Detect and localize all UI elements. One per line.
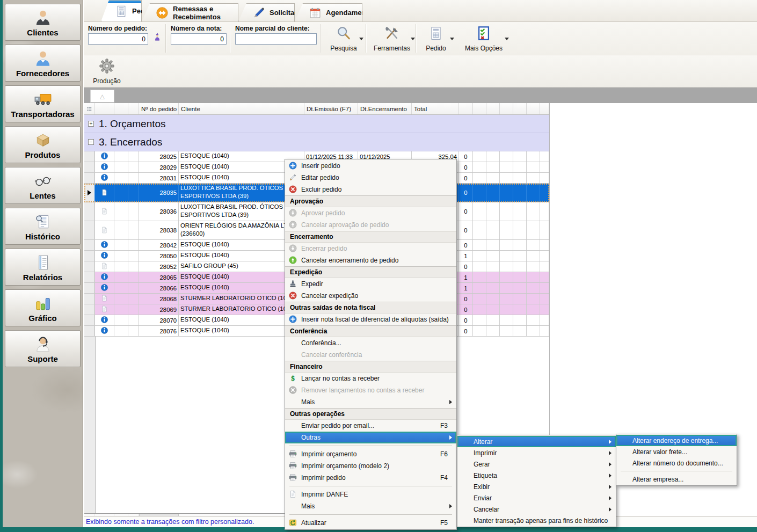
- row-type-icon-cell: [95, 251, 114, 261]
- menu-item-mais[interactable]: Mais: [285, 396, 456, 408]
- column-header-empty[interactable]: [500, 103, 513, 114]
- menu-item-manter-transacao-apenas-para-fins-de-historico[interactable]: Manter transação apenas para fins de his…: [457, 515, 616, 526]
- menu-item-alterar[interactable]: Alterar: [457, 436, 616, 447]
- more-options-button[interactable]: Mais Opções: [460, 24, 508, 53]
- menu-item-cancelar-aprovacao-de-pedido[interactable]: Cancelar aprovação de pedido: [285, 219, 456, 231]
- column-header-empty[interactable]: [95, 103, 114, 114]
- column-header-cliente[interactable]: Cliente: [179, 103, 304, 114]
- doc-page-icon: [100, 305, 108, 314]
- sidebar-item-lentes[interactable]: Lentes: [5, 167, 81, 204]
- column-header-empty[interactable]: [473, 103, 486, 114]
- row-indicator: [84, 184, 95, 202]
- menu-item-imprimir-orcamento[interactable]: Imprimir orçamentoF6: [285, 448, 456, 460]
- menu-item-outras[interactable]: Outras: [285, 432, 456, 443]
- menu-item-aprovar-pedido[interactable]: Aprovar pedido: [285, 207, 456, 219]
- more-options-dropdown-caret[interactable]: [505, 38, 509, 40]
- column-header-empty[interactable]: [513, 103, 527, 114]
- menu-item-conferencia[interactable]: Conferência...: [285, 337, 456, 349]
- order-dropdown-caret[interactable]: [450, 38, 454, 40]
- sidebar-item-fornecedores[interactable]: Fornecedores: [5, 45, 81, 82]
- sidebar-item-grafico[interactable]: Gráfico: [5, 289, 81, 326]
- collapse-icon[interactable]: −: [88, 139, 94, 145]
- empty-cell: [128, 184, 139, 202]
- tab-remessas-e-recebimentos[interactable]: Remessas e Recebimentos: [142, 3, 238, 21]
- menu-item-alterar-numero-do-documento[interactable]: Alterar número do documento...: [616, 457, 737, 469]
- search-dropdown-caret[interactable]: [359, 38, 363, 40]
- sidebar-item-label: Produtos: [25, 150, 61, 159]
- menu-item-alterar-valor-frete[interactable]: Alterar valor frete...: [616, 446, 737, 457]
- column-header-empty[interactable]: [527, 103, 540, 114]
- column-header-dt-encerramento[interactable]: Dt.Encerramento: [358, 103, 412, 114]
- column-header-n-do-pedido[interactable]: Nº do pedido: [139, 103, 179, 114]
- production-button[interactable]: Produção: [88, 56, 126, 86]
- column-header-total[interactable]: Total: [412, 103, 459, 114]
- column-header-empty[interactable]: [540, 103, 549, 114]
- tools-button[interactable]: Ferramentas: [369, 24, 415, 53]
- menu-item-exibir[interactable]: Exibir: [457, 481, 616, 492]
- report-icon: [34, 252, 52, 272]
- menu-item-label: Alterar valor frete...: [632, 448, 687, 456]
- menu-item-remover-lancamentos-no-contas-a-receber[interactable]: Remover lançamentos no contas a receber: [285, 384, 456, 396]
- empty-cell: [540, 221, 549, 239]
- row-indicator: [84, 162, 95, 172]
- menu-item-excluir-pedido[interactable]: Excluir pedido: [285, 184, 456, 195]
- wizard-icon[interactable]: [152, 32, 162, 44]
- menu-item-enviar[interactable]: Enviar: [457, 492, 616, 504]
- menu-item-lancar-no-contas-a-receber[interactable]: $Lançar no contas a receber: [285, 373, 456, 384]
- doc-page-icon: [100, 207, 108, 216]
- column-header-empty[interactable]: [128, 103, 139, 114]
- menu-item-alterar-endereco-de-entrega[interactable]: Alterar endereço de entrega...: [616, 435, 737, 446]
- sidebar-item-transportadoras[interactable]: Transportadoras: [5, 85, 81, 122]
- order-button[interactable]: Pedido: [419, 24, 453, 53]
- search-button[interactable]: Pesquisa: [324, 24, 363, 53]
- group-row-3-encerrados[interactable]: −3. Encerrados: [84, 133, 549, 151]
- person-blue-icon: [34, 48, 52, 68]
- sidebar-item-historico[interactable]: Histórico: [5, 208, 81, 245]
- menu-item-atualizar[interactable]: AtualizarF5: [285, 517, 456, 529]
- tab-agendamentos[interactable]: Agendamentos: [295, 3, 362, 21]
- sidebar-item-relatorios[interactable]: Relatórios: [5, 249, 81, 286]
- empty-cell: [540, 283, 549, 293]
- order-number-input[interactable]: [88, 33, 148, 45]
- menu-item-inserir-nota-fiscal-de-diferencial-de-aliquotas-saida[interactable]: Inserir nota fiscal de diferencial de al…: [285, 314, 456, 325]
- menu-item-encerrar-pedido[interactable]: Encerrar pedido: [285, 243, 456, 254]
- count-cell: 0: [459, 184, 473, 202]
- column-header-empty[interactable]: [486, 103, 500, 114]
- order-number-cell: 28029: [139, 162, 179, 172]
- column-header-empty[interactable]: [459, 103, 473, 114]
- menu-item-cancelar-expedicao[interactable]: Cancelar expedição: [285, 290, 456, 302]
- tab-pedidos[interactable]: Pedidos: [101, 0, 142, 21]
- sort-triangle-button[interactable]: △: [90, 90, 114, 103]
- sidebar-item-produtos[interactable]: Produtos: [5, 126, 81, 163]
- menu-item-expedir[interactable]: Expedir: [285, 278, 456, 290]
- menu-item-etiqueta[interactable]: Etiqueta: [457, 470, 616, 481]
- search-icon: [336, 25, 352, 43]
- group-row-1-orcamentos[interactable]: +1. Orçamentos: [84, 115, 549, 133]
- x-circle-red-icon: [288, 185, 297, 194]
- menu-item-cancelar[interactable]: Cancelar: [457, 504, 616, 515]
- menu-item-alterar-empresa[interactable]: Alterar empresa...: [616, 473, 737, 485]
- menu-item-gerar[interactable]: Gerar: [457, 458, 616, 470]
- menu-item-imprimir-danfe[interactable]: Imprimir DANFE: [285, 489, 456, 500]
- menu-item-imprimir-orcamento-modelo-2[interactable]: Imprimir orçamento (modelo 2): [285, 460, 456, 472]
- column-header-dt-emissao-f7[interactable]: Dt.Emissão (F7): [304, 103, 358, 114]
- tab-solicitacoes[interactable]: Solicitações: [238, 3, 295, 21]
- menu-item-cancelar-conferencia[interactable]: Cancelar conferência: [285, 349, 456, 361]
- menu-item-imprimir[interactable]: Imprimir: [457, 447, 616, 458]
- column-header-empty[interactable]: [84, 103, 95, 114]
- menu-item-cancelar-encerramento-de-pedido[interactable]: Cancelar encerramento de pedido: [285, 254, 456, 266]
- expand-icon[interactable]: +: [88, 121, 94, 127]
- menu-item-enviar-pedido-por-email[interactable]: Enviar pedido por email...F3: [285, 420, 456, 432]
- menu-item-editar-pedido[interactable]: Editar pedido: [285, 172, 456, 184]
- invoice-number-input[interactable]: [171, 33, 227, 45]
- tools-dropdown-caret[interactable]: [411, 38, 415, 40]
- sidebar-item-suporte[interactable]: Suporte: [5, 330, 81, 367]
- menu-item-inserir-pedido[interactable]: Inserir pedido: [285, 160, 456, 172]
- row-indicator: [84, 202, 95, 221]
- column-header-empty[interactable]: [114, 103, 128, 114]
- menu-item-imprimir-pedido[interactable]: Imprimir pedidoF4: [285, 472, 456, 484]
- row-type-icon-cell: [95, 294, 114, 304]
- menu-item-mais[interactable]: Mais: [285, 500, 456, 512]
- sidebar-item-clientes[interactable]: Clientes: [5, 4, 81, 41]
- client-name-input[interactable]: [235, 33, 317, 45]
